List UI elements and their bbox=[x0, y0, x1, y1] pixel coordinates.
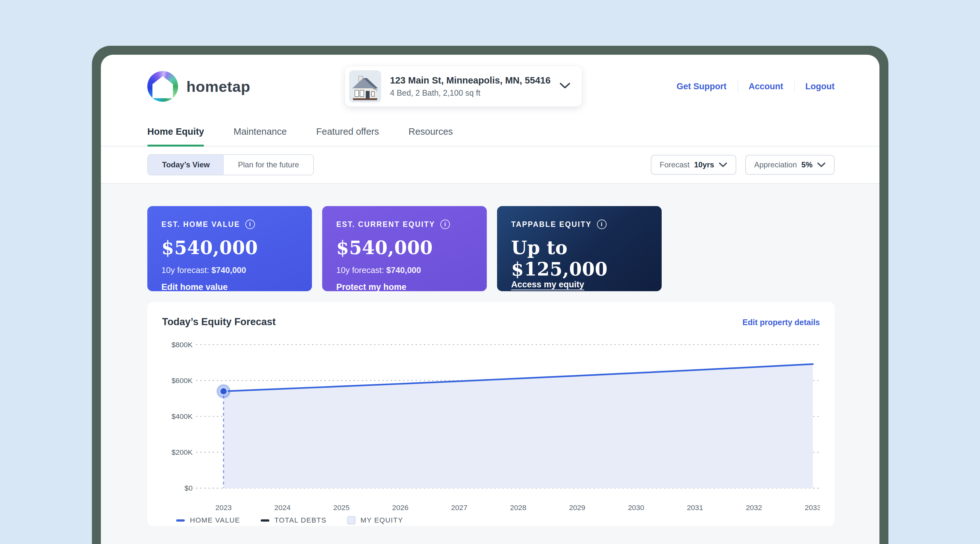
divider bbox=[794, 81, 795, 92]
svg-text:2023: 2023 bbox=[216, 503, 232, 512]
my-equity-swatch-icon bbox=[347, 516, 355, 525]
hometap-logo-icon bbox=[147, 71, 178, 102]
tab-featured-offers[interactable]: Featured offers bbox=[316, 126, 379, 146]
summary-cards: EST. HOME VALUE i $540,000 10y forecast:… bbox=[147, 206, 835, 291]
browser-frame: hometap bbox=[92, 46, 888, 544]
legend-total-debts: TOTAL DEBTS bbox=[261, 516, 327, 525]
svg-text:2025: 2025 bbox=[333, 503, 350, 512]
svg-text:2024: 2024 bbox=[274, 503, 291, 512]
main-nav: Home Equity Maintenance Featured offers … bbox=[101, 126, 880, 147]
content-area: EST. HOME VALUE i $540,000 10y forecast:… bbox=[101, 184, 880, 544]
account-links: Get Support Account Logout bbox=[677, 81, 835, 92]
panel-title: Today’s Equity Forecast bbox=[162, 316, 276, 328]
tab-home-equity[interactable]: Home Equity bbox=[147, 126, 204, 146]
appreciation-label: Appreciation bbox=[754, 160, 797, 169]
info-icon[interactable]: i bbox=[245, 219, 255, 229]
divider bbox=[738, 81, 738, 92]
get-support-link[interactable]: Get Support bbox=[677, 82, 727, 92]
logo-wordmark: hometap bbox=[186, 78, 250, 95]
property-details: 4 Bed, 2 Bath, 2,100 sq ft bbox=[390, 88, 550, 98]
svg-text:$400K: $400K bbox=[171, 412, 192, 420]
protect-my-home-link[interactable]: Protect my home bbox=[336, 282, 406, 292]
tappable-equity-amount: Up to $125,000 bbox=[511, 237, 648, 280]
svg-text:2028: 2028 bbox=[510, 503, 527, 512]
equity-forecast-panel: Today’s Equity Forecast Edit property de… bbox=[147, 302, 835, 526]
home-value-swatch-icon bbox=[176, 519, 185, 522]
chevron-down-icon bbox=[560, 82, 570, 90]
est-current-equity-card: EST. CURRENT EQUITY i $540,000 10y forec… bbox=[322, 206, 487, 291]
equity-forecast-chart: $800K$600K$400K$200K$0202320242025202620… bbox=[162, 337, 820, 515]
legend-my-equity: MY EQUITY bbox=[347, 516, 403, 525]
edit-property-details-link[interactable]: Edit property details bbox=[742, 318, 820, 327]
chart-legend: HOME VALUE TOTAL DEBTS MY EQUITY bbox=[162, 516, 820, 525]
svg-text:$200K: $200K bbox=[171, 448, 192, 456]
todays-view-toggle[interactable]: Today’s View bbox=[148, 155, 224, 175]
svg-text:2032: 2032 bbox=[746, 503, 762, 512]
forecast-value: 10yrs bbox=[694, 160, 714, 169]
svg-text:2031: 2031 bbox=[687, 503, 703, 512]
card-label: EST. HOME VALUE bbox=[161, 220, 240, 229]
svg-text:$600K: $600K bbox=[171, 376, 192, 385]
toolbar: Today’s View Plan for the future Forecas… bbox=[101, 147, 880, 184]
tab-resources[interactable]: Resources bbox=[408, 126, 453, 146]
info-icon[interactable]: i bbox=[441, 219, 450, 229]
logout-link[interactable]: Logout bbox=[805, 82, 835, 92]
svg-text:$0: $0 bbox=[185, 484, 192, 492]
chart-controls: Forecast 10yrs Appreciation 5% bbox=[651, 155, 835, 175]
hometap-logo: hometap bbox=[147, 71, 250, 102]
svg-text:2026: 2026 bbox=[392, 503, 409, 512]
svg-text:2029: 2029 bbox=[569, 503, 585, 512]
property-info: 123 Main St, Minneapolis, MN, 55416 4 Be… bbox=[390, 75, 550, 98]
property-address: 123 Main St, Minneapolis, MN, 55416 bbox=[390, 75, 550, 86]
property-selector[interactable]: 123 Main St, Minneapolis, MN, 55416 4 Be… bbox=[345, 66, 582, 106]
chart-svg: $800K$600K$400K$200K$0202320242025202620… bbox=[162, 337, 820, 515]
svg-text:2030: 2030 bbox=[628, 503, 644, 512]
appreciation-value: 5% bbox=[801, 160, 813, 169]
current-equity-amount: $540,000 bbox=[336, 237, 473, 258]
svg-text:2027: 2027 bbox=[451, 503, 468, 512]
view-toggle: Today’s View Plan for the future bbox=[147, 154, 314, 175]
chevron-down-icon bbox=[817, 162, 826, 168]
forecast-line: 10y forecast: $740,000 bbox=[336, 265, 473, 275]
plan-for-future-toggle[interactable]: Plan for the future bbox=[224, 155, 313, 175]
appreciation-dropdown[interactable]: Appreciation 5% bbox=[745, 155, 835, 175]
edit-home-value-link[interactable]: Edit home value bbox=[161, 282, 228, 292]
app-window: hometap bbox=[101, 55, 880, 544]
info-icon[interactable]: i bbox=[597, 219, 606, 229]
total-debts-swatch-icon bbox=[261, 519, 269, 522]
chevron-down-icon bbox=[719, 162, 727, 168]
header: hometap bbox=[101, 55, 880, 106]
forecast-line: 10y forecast: $740,000 bbox=[161, 265, 298, 275]
house-thumbnail-icon bbox=[349, 70, 381, 102]
home-value-amount: $540,000 bbox=[161, 237, 298, 258]
forecast-label: Forecast bbox=[660, 160, 689, 169]
account-link[interactable]: Account bbox=[749, 82, 783, 92]
access-my-equity-link[interactable]: Access my equity bbox=[511, 280, 584, 290]
tappable-equity-card: TAPPABLE EQUITY i Up to $125,000 Access … bbox=[497, 206, 662, 291]
tab-maintenance[interactable]: Maintenance bbox=[234, 126, 286, 146]
svg-text:$800K: $800K bbox=[171, 341, 192, 349]
card-label: EST. CURRENT EQUITY bbox=[336, 220, 435, 229]
svg-text:2033: 2033 bbox=[805, 503, 820, 512]
forecast-dropdown[interactable]: Forecast 10yrs bbox=[651, 155, 736, 175]
est-home-value-card: EST. HOME VALUE i $540,000 10y forecast:… bbox=[147, 206, 312, 291]
card-label: TAPPABLE EQUITY bbox=[511, 220, 592, 229]
legend-home-value: HOME VALUE bbox=[176, 516, 240, 525]
